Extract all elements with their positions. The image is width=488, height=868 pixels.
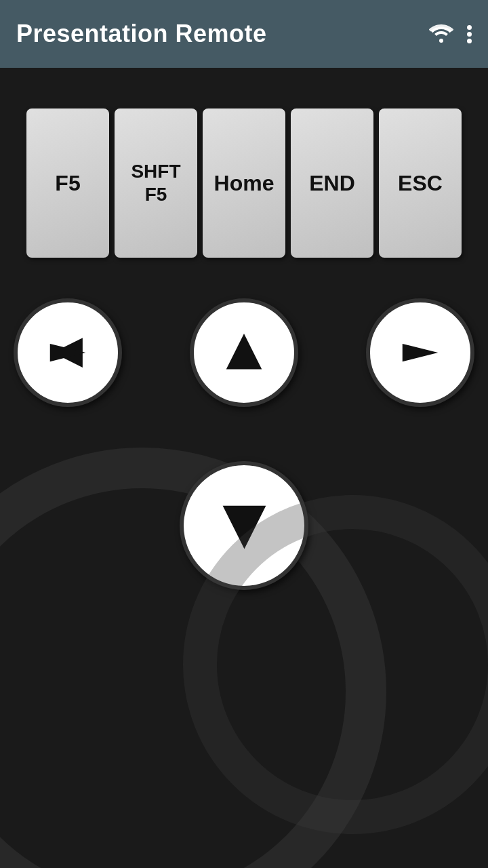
arrow-up-icon [220,329,268,376]
shft-f5-button[interactable]: SHFTF5 [115,108,197,258]
svg-marker-4 [403,344,439,361]
svg-marker-5 [222,505,266,549]
arrow-row-bottom [0,461,488,590]
keyboard-buttons-row: F5 SHFTF5 Home END ESC [26,108,462,258]
more-options-icon[interactable] [467,25,472,43]
arrow-down-button[interactable] [180,461,308,590]
arrow-down-icon [216,497,273,555]
arrow-up-button[interactable] [190,298,298,407]
main-content: F5 SHFTF5 Home END ESC [0,68,488,868]
top-bar-icons [429,22,472,45]
svg-marker-3 [226,334,262,370]
f5-button[interactable]: F5 [26,108,109,258]
arrow-row-top [0,298,488,407]
esc-button[interactable]: ESC [379,108,462,258]
wifi-icon [429,22,453,45]
end-button[interactable]: END [291,108,373,258]
arrow-left-icon [44,329,92,376]
home-button[interactable]: Home [203,108,285,258]
arrow-right-button[interactable] [366,298,474,407]
arrow-right-icon [396,329,444,376]
arrow-left-button[interactable] [14,298,122,407]
top-bar: Presentation Remote [0,0,488,68]
app-title: Presentation Remote [16,20,267,48]
